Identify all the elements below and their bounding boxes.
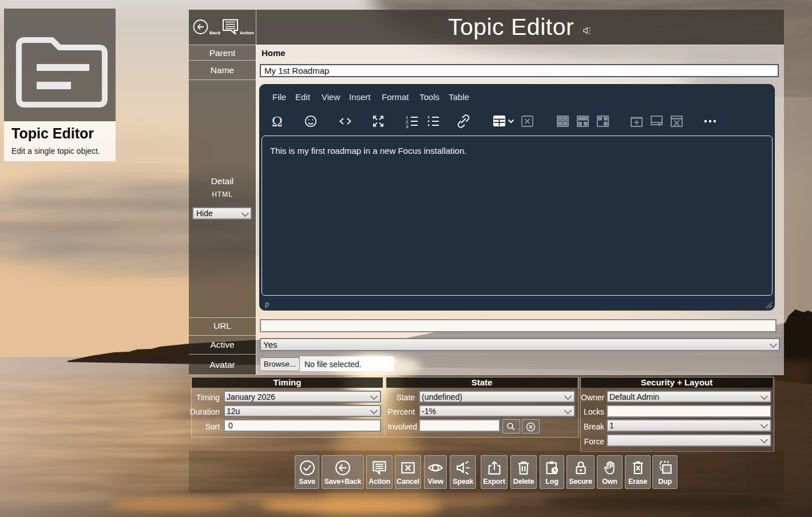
svg-text:Ω: Ω (272, 114, 283, 129)
svg-text:3: 3 (406, 124, 409, 129)
